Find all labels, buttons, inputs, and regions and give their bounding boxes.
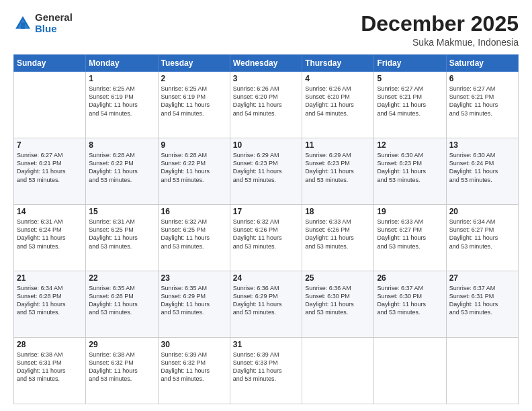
calendar-cell: 14Sunrise: 6:31 AM Sunset: 6:24 PM Dayli…	[14, 205, 86, 271]
day-info: Sunrise: 6:27 AM Sunset: 6:21 PM Dayligh…	[377, 85, 443, 118]
day-info: Sunrise: 6:31 AM Sunset: 6:24 PM Dayligh…	[17, 218, 83, 250]
logo-text: General Blue	[35, 12, 73, 34]
calendar-week-row: 21Sunrise: 6:34 AM Sunset: 6:28 PM Dayli…	[14, 271, 519, 338]
calendar-cell: 16Sunrise: 6:32 AM Sunset: 6:25 PM Dayli…	[158, 205, 230, 271]
calendar-header-wednesday: Wednesday	[230, 55, 302, 72]
calendar-header-monday: Monday	[86, 55, 158, 72]
day-info: Sunrise: 6:27 AM Sunset: 6:21 PM Dayligh…	[449, 85, 515, 118]
day-number: 14	[17, 207, 83, 216]
calendar-table: SundayMondayTuesdayWednesdayThursdayFrid…	[13, 54, 519, 404]
calendar-cell: 4Sunrise: 6:26 AM Sunset: 6:20 PM Daylig…	[302, 72, 374, 138]
day-info: Sunrise: 6:25 AM Sunset: 6:19 PM Dayligh…	[161, 85, 227, 118]
calendar-cell: 30Sunrise: 6:39 AM Sunset: 6:32 PM Dayli…	[158, 338, 230, 404]
calendar-header-tuesday: Tuesday	[158, 55, 230, 72]
day-info: Sunrise: 6:30 AM Sunset: 6:24 PM Dayligh…	[449, 151, 515, 184]
calendar-cell: 7Sunrise: 6:27 AM Sunset: 6:21 PM Daylig…	[14, 138, 86, 205]
calendar-cell: 11Sunrise: 6:29 AM Sunset: 6:23 PM Dayli…	[302, 138, 374, 205]
calendar-cell: 3Sunrise: 6:26 AM Sunset: 6:20 PM Daylig…	[230, 72, 302, 138]
calendar-cell	[374, 338, 446, 404]
day-info: Sunrise: 6:26 AM Sunset: 6:20 PM Dayligh…	[305, 85, 371, 118]
day-number: 11	[305, 140, 371, 150]
day-number: 15	[89, 207, 154, 216]
calendar-week-row: 14Sunrise: 6:31 AM Sunset: 6:24 PM Dayli…	[14, 205, 519, 271]
calendar-cell: 23Sunrise: 6:35 AM Sunset: 6:29 PM Dayli…	[158, 271, 230, 338]
day-info: Sunrise: 6:38 AM Sunset: 6:31 PM Dayligh…	[17, 351, 83, 383]
calendar-cell: 15Sunrise: 6:31 AM Sunset: 6:25 PM Dayli…	[86, 205, 158, 271]
calendar-week-row: 28Sunrise: 6:38 AM Sunset: 6:31 PM Dayli…	[14, 338, 519, 404]
day-info: Sunrise: 6:38 AM Sunset: 6:32 PM Dayligh…	[89, 351, 154, 383]
logo-general-text: General	[35, 12, 73, 24]
day-info: Sunrise: 6:34 AM Sunset: 6:27 PM Dayligh…	[449, 218, 515, 250]
day-number: 13	[449, 140, 515, 150]
day-info: Sunrise: 6:32 AM Sunset: 6:25 PM Dayligh…	[161, 218, 227, 250]
day-info: Sunrise: 6:31 AM Sunset: 6:25 PM Dayligh…	[89, 218, 154, 250]
day-number: 30	[161, 340, 227, 349]
day-number: 12	[377, 140, 443, 150]
calendar-header-friday: Friday	[374, 55, 446, 72]
day-number: 27	[449, 273, 515, 283]
day-info: Sunrise: 6:29 AM Sunset: 6:23 PM Dayligh…	[305, 151, 371, 184]
calendar-cell: 21Sunrise: 6:34 AM Sunset: 6:28 PM Dayli…	[14, 271, 86, 338]
calendar-header-saturday: Saturday	[446, 55, 518, 72]
calendar-header-sunday: Sunday	[14, 55, 86, 72]
day-number: 31	[233, 340, 299, 349]
day-number: 9	[161, 140, 227, 150]
day-number: 23	[161, 273, 227, 283]
location-subtitle: Suka Makmue, Indonesia	[361, 37, 519, 48]
calendar-cell	[302, 338, 374, 404]
calendar-cell: 20Sunrise: 6:34 AM Sunset: 6:27 PM Dayli…	[446, 205, 518, 271]
page: General Blue December 2025 Suka Makmue, …	[0, 0, 532, 411]
calendar-cell: 8Sunrise: 6:28 AM Sunset: 6:22 PM Daylig…	[86, 138, 158, 205]
day-info: Sunrise: 6:33 AM Sunset: 6:26 PM Dayligh…	[305, 218, 371, 250]
calendar-cell: 12Sunrise: 6:30 AM Sunset: 6:23 PM Dayli…	[374, 138, 446, 205]
logo-blue-text: Blue	[35, 24, 73, 35]
day-number: 2	[161, 74, 227, 83]
day-number: 25	[305, 273, 371, 283]
day-info: Sunrise: 6:34 AM Sunset: 6:28 PM Dayligh…	[17, 284, 83, 317]
day-info: Sunrise: 6:27 AM Sunset: 6:21 PM Dayligh…	[17, 151, 83, 184]
day-number: 20	[449, 207, 515, 216]
logo: General Blue	[13, 12, 73, 34]
calendar-cell: 17Sunrise: 6:32 AM Sunset: 6:26 PM Dayli…	[230, 205, 302, 271]
day-number: 16	[161, 207, 227, 216]
day-number: 22	[89, 273, 154, 283]
calendar-cell: 29Sunrise: 6:38 AM Sunset: 6:32 PM Dayli…	[86, 338, 158, 404]
calendar-cell: 31Sunrise: 6:39 AM Sunset: 6:33 PM Dayli…	[230, 338, 302, 404]
day-info: Sunrise: 6:37 AM Sunset: 6:31 PM Dayligh…	[449, 284, 515, 317]
calendar-cell: 28Sunrise: 6:38 AM Sunset: 6:31 PM Dayli…	[14, 338, 86, 404]
day-number: 3	[233, 74, 299, 83]
calendar-cell: 19Sunrise: 6:33 AM Sunset: 6:27 PM Dayli…	[374, 205, 446, 271]
calendar-week-row: 1Sunrise: 6:25 AM Sunset: 6:19 PM Daylig…	[14, 72, 519, 138]
day-info: Sunrise: 6:35 AM Sunset: 6:28 PM Dayligh…	[89, 284, 154, 317]
day-info: Sunrise: 6:37 AM Sunset: 6:30 PM Dayligh…	[377, 284, 443, 317]
calendar-cell: 1Sunrise: 6:25 AM Sunset: 6:19 PM Daylig…	[86, 72, 158, 138]
day-info: Sunrise: 6:39 AM Sunset: 6:33 PM Dayligh…	[233, 351, 299, 383]
calendar-cell: 27Sunrise: 6:37 AM Sunset: 6:31 PM Dayli…	[446, 271, 518, 338]
day-number: 28	[17, 340, 83, 349]
calendar-cell: 6Sunrise: 6:27 AM Sunset: 6:21 PM Daylig…	[446, 72, 518, 138]
day-info: Sunrise: 6:30 AM Sunset: 6:23 PM Dayligh…	[377, 151, 443, 184]
calendar-cell: 24Sunrise: 6:36 AM Sunset: 6:29 PM Dayli…	[230, 271, 302, 338]
calendar-week-row: 7Sunrise: 6:27 AM Sunset: 6:21 PM Daylig…	[14, 138, 519, 205]
day-number: 24	[233, 273, 299, 283]
day-number: 29	[89, 340, 154, 349]
header: General Blue December 2025 Suka Makmue, …	[13, 12, 519, 48]
calendar-header-thursday: Thursday	[302, 55, 374, 72]
day-info: Sunrise: 6:33 AM Sunset: 6:27 PM Dayligh…	[377, 218, 443, 250]
day-number: 6	[449, 74, 515, 83]
day-info: Sunrise: 6:28 AM Sunset: 6:22 PM Dayligh…	[89, 151, 154, 184]
calendar-cell: 5Sunrise: 6:27 AM Sunset: 6:21 PM Daylig…	[374, 72, 446, 138]
title-block: December 2025 Suka Makmue, Indonesia	[361, 12, 519, 48]
day-number: 26	[377, 273, 443, 283]
logo-icon	[13, 14, 32, 33]
day-info: Sunrise: 6:36 AM Sunset: 6:29 PM Dayligh…	[233, 284, 299, 317]
day-number: 10	[233, 140, 299, 150]
calendar-cell: 25Sunrise: 6:36 AM Sunset: 6:30 PM Dayli…	[302, 271, 374, 338]
day-info: Sunrise: 6:25 AM Sunset: 6:19 PM Dayligh…	[89, 85, 154, 118]
day-info: Sunrise: 6:26 AM Sunset: 6:20 PM Dayligh…	[233, 85, 299, 118]
svg-rect-2	[21, 22, 25, 28]
calendar-cell: 9Sunrise: 6:28 AM Sunset: 6:22 PM Daylig…	[158, 138, 230, 205]
day-number: 5	[377, 74, 443, 83]
calendar-cell: 22Sunrise: 6:35 AM Sunset: 6:28 PM Dayli…	[86, 271, 158, 338]
day-info: Sunrise: 6:39 AM Sunset: 6:32 PM Dayligh…	[161, 351, 227, 383]
